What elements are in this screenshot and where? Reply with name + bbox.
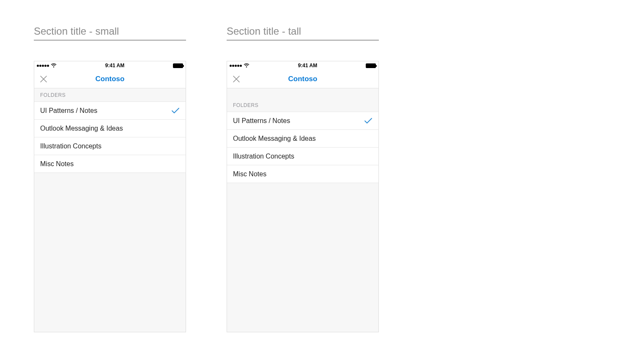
nav-bar: Contoso (227, 70, 378, 88)
status-left (230, 63, 249, 68)
section-header-label: FOLDERS (40, 92, 66, 98)
battery-icon (366, 63, 376, 68)
list-item-label: Misc Notes (40, 160, 74, 168)
wifi-icon (244, 63, 249, 68)
list-item[interactable]: Illustration Concepts (34, 137, 186, 155)
battery-icon (173, 63, 183, 68)
example-tall: Section title - tall 9:41 AM C (227, 25, 379, 332)
nav-title: Contoso (34, 75, 186, 83)
status-bar: 9:41 AM (227, 61, 378, 70)
phone-frame-tall: 9:41 AM Contoso FOLDERS UI Patterns / No… (227, 61, 379, 332)
nav-title: Contoso (227, 75, 378, 83)
status-time: 9:41 AM (298, 63, 318, 68)
list-item[interactable]: Outlook Messaging & Ideas (34, 120, 186, 137)
list-item[interactable]: Misc Notes (34, 155, 186, 173)
checkmark-icon (171, 107, 180, 114)
list-item[interactable]: UI Patterns / Notes (34, 102, 186, 120)
folder-list: UI Patterns / Notes Outlook Messaging & … (227, 112, 378, 183)
nav-bar: Contoso (34, 70, 186, 88)
list-item-label: Outlook Messaging & Ideas (40, 125, 123, 132)
list-item-label: UI Patterns / Notes (40, 107, 97, 115)
phone-frame-small: 9:41 AM Contoso FOLDERS UI Patterns / No… (34, 61, 186, 332)
list-item-label: UI Patterns / Notes (233, 117, 290, 125)
list-item[interactable]: Illustration Concepts (227, 148, 378, 165)
section-header-folders: FOLDERS (34, 88, 186, 102)
close-icon[interactable] (231, 74, 241, 84)
signal-strength-icon (230, 65, 242, 67)
folder-list: UI Patterns / Notes Outlook Messaging & … (34, 102, 186, 173)
section-header-label: FOLDERS (233, 102, 258, 108)
status-time: 9:41 AM (105, 63, 125, 68)
examples-container: Section title - small 9:41 AM (34, 25, 607, 332)
list-item-label: Outlook Messaging & Ideas (233, 135, 316, 142)
example-title-tall: Section title - tall (227, 25, 379, 41)
status-left (37, 63, 57, 68)
list-item[interactable]: UI Patterns / Notes (227, 112, 378, 130)
list-item-label: Illustration Concepts (40, 142, 101, 150)
list-item[interactable]: Outlook Messaging & Ideas (227, 130, 378, 148)
wifi-icon (51, 63, 57, 68)
checkmark-icon (364, 118, 373, 124)
list-item-label: Illustration Concepts (233, 153, 294, 160)
close-icon[interactable] (38, 74, 49, 84)
list-item-label: Misc Notes (233, 170, 266, 178)
signal-strength-icon (37, 65, 49, 67)
section-header-folders: FOLDERS (227, 88, 378, 112)
list-item[interactable]: Misc Notes (227, 165, 378, 183)
example-small: Section title - small 9:41 AM (34, 25, 186, 332)
example-title-small: Section title - small (34, 25, 186, 41)
status-bar: 9:41 AM (34, 61, 186, 70)
